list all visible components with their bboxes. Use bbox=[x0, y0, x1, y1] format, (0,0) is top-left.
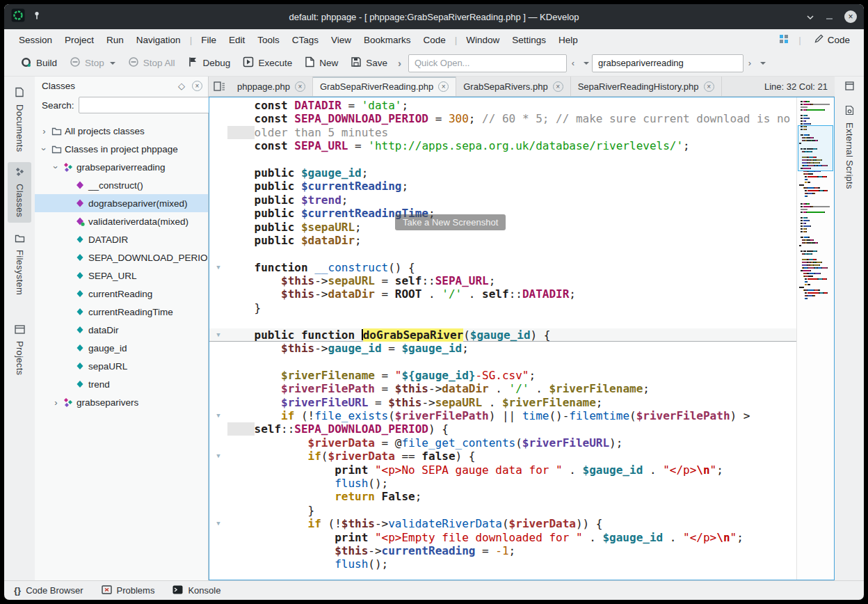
tree-item-all-projects-classes[interactable]: ›All projects classes bbox=[35, 122, 208, 140]
area-switcher-code-button[interactable]: Code bbox=[808, 31, 855, 48]
code-line[interactable]: public $currentReading; bbox=[209, 180, 796, 193]
close-window-icon[interactable]: × bbox=[844, 10, 857, 23]
code-line[interactable]: $this->sepaURL = self::SEPA_URL; bbox=[209, 274, 796, 287]
tree-item-grabseparivers[interactable]: ›grabseparivers bbox=[35, 393, 208, 411]
menu-view[interactable]: View bbox=[325, 32, 357, 48]
menu-file[interactable]: File bbox=[195, 32, 223, 48]
editor-tab-phppage-php[interactable]: phppage.php× bbox=[230, 77, 313, 96]
code-line[interactable]: public $dataDir; bbox=[209, 234, 796, 247]
stop-dropdown-icon[interactable] bbox=[110, 62, 115, 65]
expander-expanded-icon[interactable]: › bbox=[39, 144, 49, 154]
dock-tab-documents[interactable]: Documents bbox=[8, 82, 31, 157]
tab-close-icon[interactable]: × bbox=[438, 81, 449, 92]
tree-item-datadir[interactable]: DATADIR bbox=[35, 230, 208, 248]
fold-marker-icon[interactable]: ▼ bbox=[209, 450, 227, 463]
editor-tab-grabseparivers-php[interactable]: GrabSepaRivers.php× bbox=[456, 77, 570, 96]
next-match-icon[interactable]: › bbox=[744, 56, 756, 71]
code-view[interactable]: const DATADIR = 'data'; const SEPA_DOWNL… bbox=[209, 97, 796, 580]
tree-item-gauge-id[interactable]: gauge_id bbox=[35, 339, 208, 357]
code-line[interactable]: ▼ if (!$this->validateRiverData($riverDa… bbox=[209, 517, 796, 530]
tree-item-sepa-url[interactable]: SEPA_URL bbox=[35, 267, 208, 285]
code-line[interactable] bbox=[209, 153, 796, 166]
dock-tab-filesystem[interactable]: Filesystem bbox=[8, 228, 31, 300]
code-line[interactable]: } bbox=[209, 504, 796, 517]
minimap-scrollbar[interactable] bbox=[796, 97, 834, 580]
close-toolview-icon[interactable]: × bbox=[192, 81, 202, 91]
quick-open-dropdown-icon[interactable] bbox=[579, 56, 592, 71]
fold-marker-icon[interactable]: ▼ bbox=[209, 261, 227, 274]
menu-project[interactable]: Project bbox=[58, 32, 100, 48]
menu-navigation[interactable]: Navigation bbox=[130, 32, 187, 48]
code-line[interactable]: self::SEPA_DOWNLOAD_PERIOD) { bbox=[209, 422, 796, 436]
menu-edit[interactable]: Edit bbox=[223, 32, 251, 48]
editor-tab-separiverreadinghistory-php[interactable]: SepaRiverReadingHistory.php× bbox=[571, 77, 722, 96]
menu-code[interactable]: Code bbox=[417, 32, 452, 48]
expander-collapsed-icon[interactable]: › bbox=[51, 397, 61, 408]
toolbar-search-input[interactable] bbox=[592, 54, 744, 72]
menu-help[interactable]: Help bbox=[552, 32, 584, 48]
debug-button[interactable]: Debug bbox=[182, 53, 237, 73]
code-line[interactable]: print "<p>No SEPA gauge data for " . $ga… bbox=[209, 463, 796, 477]
code-line[interactable]: $riverFileURL = $this->sepaURL . $riverF… bbox=[209, 396, 796, 409]
dock-tab-projects[interactable]: Projects bbox=[8, 319, 31, 380]
quick-open-input[interactable] bbox=[408, 54, 567, 72]
fold-marker-icon[interactable]: ▼ bbox=[209, 328, 227, 342]
code-line[interactable]: $this->dataDir = ROOT . '/' . self::DATA… bbox=[209, 287, 796, 301]
code-line[interactable]: const SEPA_URL = 'http://apps.sepa.org.u… bbox=[209, 139, 796, 152]
class-search-input[interactable] bbox=[79, 97, 211, 113]
minimap-viewport[interactable] bbox=[798, 125, 833, 171]
editor-tab-grabsepariverreading-php[interactable]: GrabSepaRiverReading.php× bbox=[313, 77, 456, 96]
document-list-icon[interactable] bbox=[209, 81, 230, 92]
prev-match-icon[interactable]: ‹ bbox=[567, 56, 579, 71]
menu-settings[interactable]: Settings bbox=[506, 32, 552, 48]
tree-item-currentreadingtime[interactable]: currentReadingTime bbox=[35, 303, 208, 321]
code-line[interactable]: public $trend; bbox=[209, 193, 796, 207]
dock-tab-external-scripts[interactable]: External Scripts bbox=[838, 100, 860, 194]
tree-item-datadir[interactable]: dataDir bbox=[35, 321, 208, 339]
tree-item-dograbsepariver-mixed[interactable]: dograbsepariver(mixed) bbox=[35, 194, 208, 212]
dock-tab-classes[interactable]: Classes bbox=[8, 162, 31, 222]
tree-item-grabsepariverreading[interactable]: ›grabsepariverreading bbox=[35, 158, 208, 176]
code-line[interactable]: print "<p>Empty file downloaded for " . … bbox=[209, 531, 796, 544]
tree-item-construct[interactable]: __construct() bbox=[35, 176, 208, 194]
code-line[interactable]: ▼ if (!file_exists($riverFilePath) || ti… bbox=[209, 409, 796, 422]
fold-marker-icon[interactable]: ▼ bbox=[209, 409, 227, 422]
tree-item-trend[interactable]: trend bbox=[35, 375, 208, 393]
search-options-dropdown-icon[interactable] bbox=[756, 56, 769, 71]
code-line[interactable]: const DATADIR = 'data'; bbox=[209, 99, 796, 112]
problems-button[interactable]: Problems bbox=[102, 585, 155, 596]
code-line-current[interactable]: ▼ public function doGrabSepaRiver($gauge… bbox=[209, 328, 796, 342]
menu-session[interactable]: Session bbox=[13, 32, 58, 48]
code-line[interactable]: flush(); bbox=[209, 477, 796, 490]
working-set-grid-icon[interactable] bbox=[779, 33, 791, 47]
stop-all-button[interactable]: Stop All bbox=[122, 53, 182, 73]
code-browser-button[interactable]: {} Code Browser bbox=[14, 585, 83, 596]
tab-close-icon[interactable]: × bbox=[553, 81, 563, 92]
toolbar-expand-chevron-icon[interactable]: › bbox=[394, 57, 405, 69]
tree-item-sepaurl[interactable]: sepaURL bbox=[35, 357, 208, 375]
tree-item-classes-in-project-phppage[interactable]: ›Classes in project phppage bbox=[35, 140, 208, 158]
code-line[interactable]: const SEPA_DOWNLOAD_PERIOD = 300; // 60 … bbox=[209, 112, 796, 125]
menu-run[interactable]: Run bbox=[100, 32, 130, 48]
code-line[interactable]: $riverFilePath = $this->dataDir . '/' . … bbox=[209, 382, 796, 395]
tree-item-currentreading[interactable]: currentReading bbox=[35, 285, 208, 303]
tab-close-icon[interactable]: × bbox=[704, 81, 714, 92]
menu-ctags[interactable]: CTags bbox=[286, 32, 325, 48]
tab-close-icon[interactable]: × bbox=[295, 81, 305, 92]
menu-bookmarks[interactable]: Bookmarks bbox=[357, 32, 417, 48]
execute-button[interactable]: Execute bbox=[236, 53, 298, 73]
konsole-button[interactable]: Konsole bbox=[172, 585, 220, 596]
detach-toolview-icon[interactable]: ◇ bbox=[178, 81, 185, 91]
code-line[interactable]: return False; bbox=[209, 490, 796, 503]
code-line[interactable]: } bbox=[209, 301, 796, 315]
code-line[interactable]: older than 5 minutes bbox=[209, 126, 796, 139]
tree-item-validateriverdata-mixed[interactable]: validateriverdata(mixed) bbox=[35, 212, 208, 230]
code-line[interactable]: public $gauge_id; bbox=[209, 166, 796, 180]
code-editor[interactable]: const DATADIR = 'data'; const SEPA_DOWNL… bbox=[209, 97, 835, 580]
code-line[interactable] bbox=[209, 247, 796, 260]
code-line[interactable]: $this->gauge_id = $gauge_id; bbox=[209, 342, 796, 355]
save-button[interactable]: Save bbox=[344, 53, 394, 73]
stop-button[interactable]: Stop bbox=[63, 53, 122, 73]
code-line[interactable]: $riverFilename = "${gauge_id}-SG.csv"; bbox=[209, 369, 796, 382]
dock-corner-icon[interactable] bbox=[845, 81, 854, 93]
